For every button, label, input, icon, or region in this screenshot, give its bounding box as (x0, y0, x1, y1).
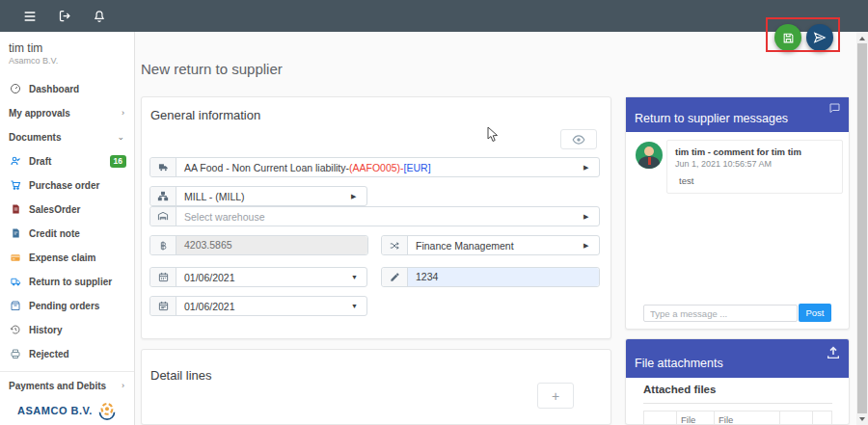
reference-value: 1234 (408, 268, 599, 286)
vertical-scrollbar[interactable] (856, 32, 868, 425)
divider (643, 403, 832, 404)
chevron-down-icon: ⌄ (117, 132, 124, 142)
avatar (636, 142, 663, 169)
caret-right-icon: ▶ (583, 242, 599, 250)
sidebar-item-label: Rejected (29, 349, 69, 359)
user-company: Asamco B.V. (9, 56, 58, 66)
messages-panel-title: Return to supplier messages (635, 112, 788, 125)
sidebar-item-label: SalesOrder (29, 204, 80, 215)
expense-card-icon (9, 251, 22, 264)
table-header-cell (813, 411, 832, 425)
person-draft-icon (9, 154, 22, 168)
chat-bubble-icon[interactable] (828, 102, 841, 114)
message-input[interactable] (643, 305, 798, 322)
sidebar-item-expense-claim[interactable]: Expense claim (0, 247, 134, 268)
sidebar-item-label: Expense claim (29, 252, 95, 263)
save-button[interactable] (774, 24, 801, 51)
reference-input[interactable]: 1234 (381, 267, 600, 287)
company-logo-emblem-icon (97, 401, 117, 420)
sidebar-item-label: Credit note (29, 228, 80, 239)
top-bar (0, 0, 868, 32)
table-header-cell: File (677, 411, 715, 425)
category-select[interactable]: Finance Management ▶ (381, 235, 600, 255)
calendar-icon (150, 297, 176, 315)
sidebar-item-label: Return to supplier (29, 277, 112, 287)
logout-icon (58, 9, 72, 23)
document-date-value: 01/06/2021 (176, 272, 351, 283)
detail-lines-title: Detail lines (150, 368, 212, 383)
warehouse-placeholder: Select warehouse (176, 211, 583, 223)
user-name: tim tim (9, 41, 42, 55)
upload-icon[interactable] (826, 345, 841, 360)
caret-right-icon: ▶ (583, 164, 599, 172)
detail-lines-card: Detail lines + (141, 349, 611, 425)
warehouse-select[interactable]: Select warehouse ▶ (149, 206, 600, 226)
attached-files-table: File File (643, 411, 832, 425)
sidebar-item-label: History (29, 325, 62, 335)
supplier-select[interactable]: AA Food - Non Current Loan liability-(AA… (149, 157, 600, 177)
caret-down-icon: ▼ (351, 303, 366, 309)
post-button[interactable]: Post (799, 304, 831, 322)
due-date-picker[interactable]: 01/06/2021 ▼ (149, 296, 367, 316)
sidebar-item-salesorder[interactable]: SalesOrder (0, 199, 134, 220)
logout-button[interactable] (52, 4, 77, 29)
chevron-right-icon: › (122, 381, 124, 390)
sidebar-item-pending-orders[interactable]: Pending orders (0, 295, 134, 316)
sidebar-item-label: Payments and Debits (9, 381, 106, 391)
bell-icon (93, 9, 106, 23)
preview-button[interactable] (560, 129, 597, 149)
sidebar-item-return-to-supplier[interactable]: Return to supplier (0, 271, 134, 292)
sidebar-item-label: My approvals (9, 108, 70, 119)
caret-down-icon: ▼ (351, 274, 366, 280)
pending-orders-icon (9, 299, 22, 312)
sidebar-item-label: Documents (9, 132, 61, 143)
category-value: Finance Management (408, 240, 583, 252)
general-information-title: General information (150, 108, 260, 122)
sidebar-divider (0, 371, 134, 372)
sidebar-item-credit-note[interactable]: Credit note (0, 223, 134, 244)
messages-panel-header: Return to supplier messages (626, 97, 849, 132)
document-date-picker[interactable]: 01/06/2021 ▼ (149, 267, 367, 287)
department-select[interactable]: MILL - (MILL) ▶ (149, 186, 367, 206)
messages-panel: Return to supplier messages tim tim - co… (625, 96, 850, 330)
attached-files-heading: Attached files (643, 384, 716, 395)
truck-icon (9, 275, 22, 288)
sidebar-item-label: Pending orders (29, 301, 99, 311)
sidebar-item-my-approvals[interactable]: My approvals › (0, 102, 134, 123)
calendar-icon (150, 268, 176, 286)
sidebar-item-dashboard[interactable]: Dashboard (0, 78, 134, 99)
table-header-cell: File (715, 411, 780, 425)
plus-icon: + (552, 388, 559, 404)
scrollbar-thumb[interactable] (857, 43, 867, 413)
cart-icon (9, 178, 22, 192)
scroll-down-arrow-icon[interactable] (859, 417, 865, 421)
add-detail-line-button[interactable]: + (537, 383, 574, 409)
chevron-right-icon: › (122, 108, 124, 118)
warehouse-icon (150, 207, 176, 226)
dashboard-icon (9, 82, 22, 95)
sales-document-icon (9, 202, 22, 216)
paper-plane-icon (813, 31, 827, 44)
pencil-icon (382, 268, 408, 286)
sidebar-item-rejected[interactable]: Rejected (0, 343, 134, 364)
truck-icon (150, 158, 176, 176)
sidebar-item-payments-and-debits[interactable]: Payments and Debits › (0, 375, 134, 396)
company-logo: ASAMCO B.V. (0, 396, 134, 425)
menu-button[interactable] (17, 4, 42, 29)
comment-body: test (675, 175, 834, 186)
general-information-card: General information AA Food - Non Curren… (141, 96, 611, 339)
send-button[interactable] (806, 24, 833, 51)
sidebar-item-purchase-order[interactable]: Purchase order (0, 174, 134, 196)
table-header-cell (643, 411, 677, 425)
sidebar-item-documents[interactable]: Documents ⌄ (0, 126, 134, 147)
page-title: New return to supplier (141, 61, 283, 77)
sidebar-item-history[interactable]: History (0, 319, 134, 340)
notifications-button[interactable] (87, 4, 112, 29)
rejected-icon (9, 347, 22, 360)
scroll-up-arrow-icon[interactable] (859, 37, 865, 40)
file-attachments-header: File attachments (626, 339, 849, 378)
draft-count-badge: 16 (110, 155, 126, 168)
sidebar-item-draft[interactable]: Draft 16 (0, 150, 134, 172)
save-disk-icon (782, 32, 795, 44)
caret-right-icon: ▶ (583, 213, 599, 221)
